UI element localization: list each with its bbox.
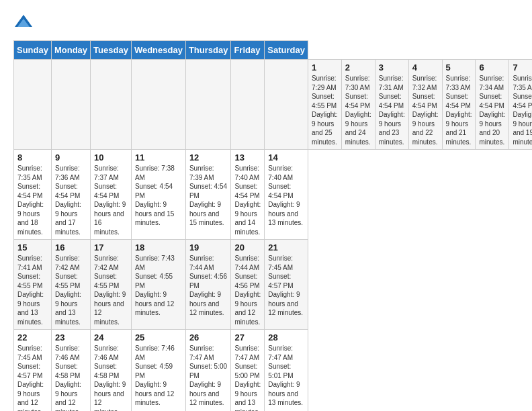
calendar-cell: 4Sunrise: 7:32 AMSunset: 4:54 PMDaylight…	[408, 60, 442, 150]
day-number: 22	[17, 332, 48, 342]
calendar-cell: 2Sunrise: 7:30 AMSunset: 4:54 PMDaylight…	[341, 60, 375, 150]
day-info: Sunrise: 7:39 AMSunset: 4:54 PMDaylight:…	[189, 164, 228, 228]
calendar-cell: 5Sunrise: 7:33 AMSunset: 4:54 PMDaylight…	[442, 60, 476, 150]
calendar-cell: 27Sunrise: 7:47 AMSunset: 5:00 PMDayligh…	[231, 330, 265, 412]
day-number: 7	[513, 62, 532, 73]
day-number: 8	[17, 152, 48, 163]
calendar-cell	[185, 60, 231, 150]
day-number: 16	[55, 242, 87, 253]
day-number: 3	[379, 62, 405, 73]
day-number: 18	[135, 242, 182, 253]
calendar-cell	[14, 60, 52, 150]
header-row: SundayMondayTuesdayWednesdayThursdayFrid…	[14, 41, 533, 60]
logo	[13, 13, 36, 34]
logo-icon	[13, 13, 34, 34]
day-header-friday: Friday	[231, 41, 265, 60]
day-info: Sunrise: 7:35 AMSunset: 4:54 PMDaylight:…	[513, 74, 532, 146]
day-number: 23	[55, 332, 87, 342]
calendar-week-1: 1Sunrise: 7:29 AMSunset: 4:55 PMDaylight…	[14, 60, 533, 150]
day-number: 4	[412, 62, 439, 73]
day-header-thursday: Thursday	[185, 41, 231, 60]
day-number: 24	[94, 332, 128, 342]
calendar-week-3: 15Sunrise: 7:41 AMSunset: 4:55 PMDayligh…	[14, 240, 533, 330]
calendar-cell: 21Sunrise: 7:45 AMSunset: 4:57 PMDayligh…	[265, 240, 308, 330]
day-info: Sunrise: 7:29 AMSunset: 4:55 PMDaylight:…	[312, 74, 338, 146]
day-info: Sunrise: 7:38 AMSunset: 4:54 PMDaylight:…	[135, 164, 182, 228]
day-number: 27	[234, 332, 261, 342]
day-info: Sunrise: 7:41 AMSunset: 4:55 PMDaylight:…	[17, 254, 48, 326]
calendar-table: SundayMondayTuesdayWednesdayThursdayFrid…	[13, 40, 532, 411]
day-number: 13	[234, 152, 261, 163]
calendar-cell	[231, 60, 265, 150]
day-info: Sunrise: 7:46 AMSunset: 4:58 PMDaylight:…	[94, 344, 128, 411]
day-number: 12	[189, 152, 228, 163]
day-number: 15	[17, 242, 48, 253]
day-number: 17	[94, 242, 128, 253]
day-header-sunday: Sunday	[14, 41, 52, 60]
day-number: 21	[268, 242, 304, 253]
calendar-cell: 10Sunrise: 7:37 AMSunset: 4:54 PMDayligh…	[91, 150, 132, 240]
calendar-header: SundayMondayTuesdayWednesdayThursdayFrid…	[14, 41, 533, 60]
calendar-cell: 9Sunrise: 7:36 AMSunset: 4:54 PMDaylight…	[51, 150, 90, 240]
day-header-monday: Monday	[51, 41, 90, 60]
calendar-cell	[265, 60, 308, 150]
day-number: 6	[479, 62, 505, 73]
day-info: Sunrise: 7:34 AMSunset: 4:54 PMDaylight:…	[479, 74, 505, 146]
day-number: 9	[55, 152, 87, 163]
day-number: 10	[94, 152, 128, 163]
calendar-cell: 13Sunrise: 7:40 AMSunset: 4:54 PMDayligh…	[231, 150, 265, 240]
day-info: Sunrise: 7:30 AMSunset: 4:54 PMDaylight:…	[345, 74, 371, 146]
day-info: Sunrise: 7:46 AMSunset: 4:58 PMDaylight:…	[55, 344, 87, 411]
calendar-cell: 8Sunrise: 7:35 AMSunset: 4:54 PMDaylight…	[14, 150, 52, 240]
calendar-cell: 14Sunrise: 7:40 AMSunset: 4:54 PMDayligh…	[265, 150, 308, 240]
day-header-saturday: Saturday	[265, 41, 308, 60]
day-header-tuesday: Tuesday	[91, 41, 132, 60]
calendar-body: 1Sunrise: 7:29 AMSunset: 4:55 PMDaylight…	[14, 60, 533, 412]
day-number: 20	[234, 242, 261, 253]
calendar-cell: 22Sunrise: 7:45 AMSunset: 4:57 PMDayligh…	[14, 330, 52, 412]
day-number: 19	[189, 242, 228, 253]
calendar-week-4: 22Sunrise: 7:45 AMSunset: 4:57 PMDayligh…	[14, 330, 533, 412]
day-number: 26	[189, 332, 228, 342]
calendar-cell: 20Sunrise: 7:44 AMSunset: 4:56 PMDayligh…	[231, 240, 265, 330]
day-info: Sunrise: 7:42 AMSunset: 4:55 PMDaylight:…	[94, 254, 128, 326]
day-info: Sunrise: 7:46 AMSunset: 4:59 PMDaylight:…	[135, 344, 182, 408]
calendar-cell	[51, 60, 90, 150]
calendar-cell: 28Sunrise: 7:47 AMSunset: 5:01 PMDayligh…	[265, 330, 308, 412]
day-info: Sunrise: 7:47 AMSunset: 5:00 PMDaylight:…	[189, 344, 228, 408]
day-info: Sunrise: 7:47 AMSunset: 5:01 PMDaylight:…	[268, 344, 304, 408]
day-number: 25	[135, 332, 182, 342]
day-info: Sunrise: 7:31 AMSunset: 4:54 PMDaylight:…	[379, 74, 405, 146]
day-info: Sunrise: 7:32 AMSunset: 4:54 PMDaylight:…	[412, 74, 439, 146]
day-info: Sunrise: 7:37 AMSunset: 4:54 PMDaylight:…	[94, 164, 128, 236]
calendar-week-2: 8Sunrise: 7:35 AMSunset: 4:54 PMDaylight…	[14, 150, 533, 240]
day-info: Sunrise: 7:40 AMSunset: 4:54 PMDaylight:…	[234, 164, 261, 236]
calendar-cell: 25Sunrise: 7:46 AMSunset: 4:59 PMDayligh…	[131, 330, 185, 412]
page-header	[13, 13, 519, 34]
calendar-cell: 6Sunrise: 7:34 AMSunset: 4:54 PMDaylight…	[476, 60, 509, 150]
day-info: Sunrise: 7:44 AMSunset: 4:56 PMDaylight:…	[189, 254, 228, 318]
calendar-cell: 11Sunrise: 7:38 AMSunset: 4:54 PMDayligh…	[131, 150, 185, 240]
calendar-cell: 26Sunrise: 7:47 AMSunset: 5:00 PMDayligh…	[185, 330, 231, 412]
day-number: 14	[268, 152, 304, 163]
day-info: Sunrise: 7:45 AMSunset: 4:57 PMDaylight:…	[17, 344, 48, 411]
day-number: 2	[345, 62, 371, 73]
day-number: 1	[312, 62, 338, 73]
day-number: 11	[135, 152, 182, 163]
day-info: Sunrise: 7:36 AMSunset: 4:54 PMDaylight:…	[55, 164, 87, 236]
day-info: Sunrise: 7:43 AMSunset: 4:55 PMDaylight:…	[135, 254, 182, 318]
calendar-cell	[131, 60, 185, 150]
day-info: Sunrise: 7:40 AMSunset: 4:54 PMDaylight:…	[268, 164, 304, 228]
day-info: Sunrise: 7:35 AMSunset: 4:54 PMDaylight:…	[17, 164, 48, 236]
day-info: Sunrise: 7:42 AMSunset: 4:55 PMDaylight:…	[55, 254, 87, 326]
day-info: Sunrise: 7:47 AMSunset: 5:00 PMDaylight:…	[234, 344, 261, 411]
calendar-cell: 16Sunrise: 7:42 AMSunset: 4:55 PMDayligh…	[51, 240, 90, 330]
calendar-cell: 7Sunrise: 7:35 AMSunset: 4:54 PMDaylight…	[509, 60, 532, 150]
calendar-cell: 15Sunrise: 7:41 AMSunset: 4:55 PMDayligh…	[14, 240, 52, 330]
calendar-cell: 19Sunrise: 7:44 AMSunset: 4:56 PMDayligh…	[185, 240, 231, 330]
day-info: Sunrise: 7:33 AMSunset: 4:54 PMDaylight:…	[446, 74, 472, 146]
day-number: 5	[446, 62, 472, 73]
calendar-cell: 17Sunrise: 7:42 AMSunset: 4:55 PMDayligh…	[91, 240, 132, 330]
calendar-cell: 3Sunrise: 7:31 AMSunset: 4:54 PMDaylight…	[375, 60, 408, 150]
calendar-cell: 1Sunrise: 7:29 AMSunset: 4:55 PMDaylight…	[308, 60, 341, 150]
